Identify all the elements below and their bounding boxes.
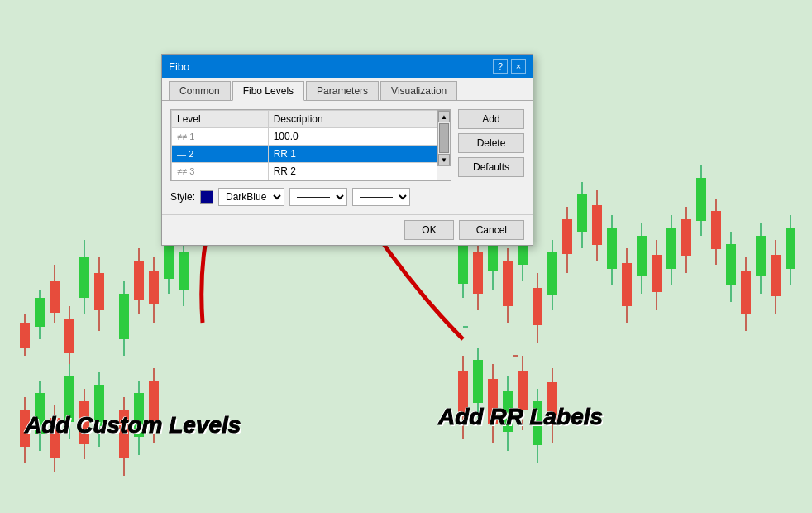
svg-rect-10 — [79, 256, 89, 298]
svg-rect-6 — [50, 281, 60, 313]
dialog-title: Fibo — [169, 60, 189, 73]
tab-parameters[interactable]: Parameters — [306, 81, 379, 100]
line-style-select-2[interactable]: ———— — [352, 188, 410, 206]
svg-rect-18 — [149, 271, 159, 304]
svg-rect-52 — [533, 288, 542, 325]
dialog-window: Fibo ? × Common Fibo Levels Parameters V… — [161, 54, 533, 246]
svg-rect-76 — [711, 211, 721, 249]
style-label: Style: — [170, 191, 195, 203]
svg-rect-66 — [637, 236, 647, 276]
svg-rect-90 — [473, 360, 483, 403]
levels-table: Level Description ≠≠ 1 100.0 — 2 RR 1 — [171, 110, 437, 180]
svg-rect-4 — [35, 298, 45, 327]
scroll-thumb[interactable] — [439, 123, 449, 153]
table-row[interactable]: ≠≠ 1 100.0 — [172, 128, 437, 146]
svg-rect-8 — [64, 319, 74, 353]
table-row[interactable]: — 2 RR 1 — [172, 146, 437, 163]
svg-rect-86 — [786, 228, 795, 269]
svg-rect-82 — [756, 236, 766, 276]
level-2-desc: RR 1 — [268, 146, 437, 163]
svg-rect-68 — [652, 255, 662, 292]
svg-rect-22 — [179, 252, 189, 290]
level-3-desc: RR 2 — [268, 163, 437, 180]
svg-rect-48 — [503, 261, 513, 306]
dialog-left-panel: Level Description ≠≠ 1 100.0 — 2 RR 1 — [170, 109, 451, 206]
svg-rect-62 — [607, 228, 617, 269]
svg-rect-42 — [458, 244, 468, 284]
svg-rect-2 — [20, 323, 30, 348]
level-3-icon: ≠≠ 3 — [172, 163, 269, 180]
dialog-tabs: Common Fibo Levels Parameters Visualizat… — [162, 78, 533, 101]
svg-rect-60 — [592, 205, 602, 245]
titlebar-controls: ? × — [493, 59, 526, 74]
col-description-header: Description — [268, 111, 437, 128]
svg-rect-84 — [771, 255, 781, 296]
dialog-footer: OK Cancel — [162, 214, 533, 245]
dialog-right-panel: Add Delete Defaults — [458, 109, 524, 206]
dialog-body: Level Description ≠≠ 1 100.0 — 2 RR 1 — [162, 101, 533, 214]
tab-visualization[interactable]: Visualization — [380, 81, 457, 100]
scroll-up-button[interactable]: ▲ — [438, 111, 450, 122]
tab-common[interactable]: Common — [169, 81, 231, 100]
svg-rect-54 — [547, 252, 557, 295]
color-select[interactable]: DarkBlue — [218, 188, 284, 206]
color-swatch[interactable] — [200, 190, 213, 204]
add-button[interactable]: Add — [458, 109, 524, 129]
svg-rect-64 — [622, 263, 632, 306]
scroll-down-button[interactable]: ▼ — [438, 154, 450, 165]
svg-rect-44 — [473, 252, 483, 294]
level-2-icon: — 2 — [172, 146, 269, 163]
svg-rect-72 — [681, 219, 691, 256]
ok-button[interactable]: OK — [404, 220, 453, 240]
svg-rect-12 — [94, 273, 104, 310]
svg-rect-56 — [562, 219, 572, 254]
col-level-header: Level — [172, 111, 269, 128]
annotation-custom-levels: Add Custom Levels — [25, 412, 241, 439]
tab-fibo-levels[interactable]: Fibo Levels — [232, 81, 304, 101]
svg-rect-16 — [134, 261, 144, 300]
svg-rect-80 — [741, 271, 751, 314]
table-row[interactable]: ≠≠ 3 RR 2 — [172, 163, 437, 180]
defaults-button[interactable]: Defaults — [458, 157, 524, 177]
delete-button[interactable]: Delete — [458, 133, 524, 153]
level-1-icon: ≠≠ 1 — [172, 128, 269, 146]
svg-rect-70 — [666, 228, 676, 269]
svg-rect-74 — [696, 178, 706, 221]
annotation-rr-labels: Add RR Labels — [438, 404, 603, 430]
line-style-select-1[interactable]: ———— — [289, 188, 347, 206]
level-1-desc: 100.0 — [268, 128, 437, 146]
svg-rect-78 — [726, 244, 736, 285]
levels-table-container: Level Description ≠≠ 1 100.0 — 2 RR 1 — [170, 109, 451, 181]
cancel-button[interactable]: Cancel — [459, 220, 524, 240]
dialog-titlebar: Fibo ? × — [162, 55, 533, 78]
help-button[interactable]: ? — [493, 59, 508, 74]
scrollbar[interactable]: ▲ ▼ — [437, 110, 451, 166]
svg-rect-14 — [119, 294, 129, 339]
close-button[interactable]: × — [511, 59, 526, 74]
svg-rect-58 — [577, 194, 587, 232]
style-row: Style: DarkBlue ———— ———— — [170, 188, 451, 206]
